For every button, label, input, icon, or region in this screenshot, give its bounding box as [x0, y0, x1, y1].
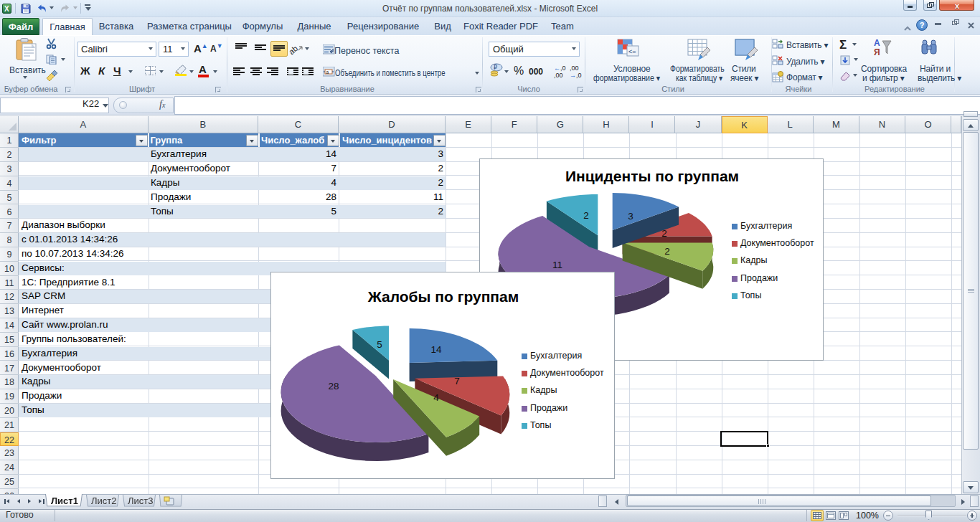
- svg-text:a: a: [326, 70, 329, 75]
- svg-text:Я: Я: [874, 47, 880, 57]
- svg-text:А: А: [874, 38, 880, 48]
- svg-text:<=: <=: [628, 48, 636, 55]
- svg-text:ab: ab: [289, 44, 299, 56]
- svg-text:₽: ₽: [494, 65, 497, 71]
